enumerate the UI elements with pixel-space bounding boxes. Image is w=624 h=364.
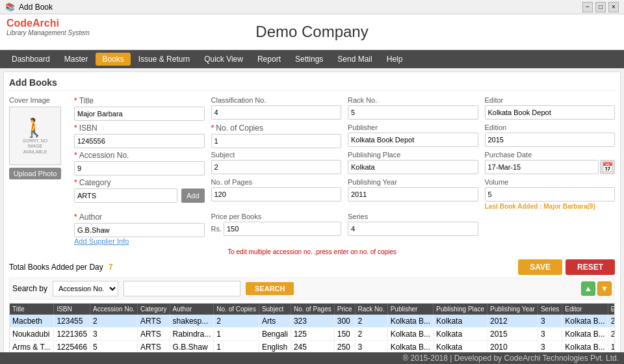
nav-help[interactable]: Help [380, 53, 410, 66]
table-row[interactable]: Noukadubi12213653ARTSRabindra...1Bengali… [10, 328, 615, 341]
close-button[interactable]: × [608, 2, 619, 12]
classification-group: Classification No. [211, 96, 342, 121]
price-input[interactable] [224, 222, 341, 236]
price-prefix: Rs. [211, 225, 222, 233]
copies-input[interactable] [211, 134, 342, 148]
company-name: Demo Company [255, 23, 368, 41]
table-row[interactable]: Arms & T...12254665ARTSG.B.Shaw1English2… [10, 341, 615, 354]
form-area: Cover Image 🚶 SORRY, NOIMAGEAVAILABLE Up… [9, 96, 615, 245]
nav-quick-view[interactable]: Quick View [198, 53, 250, 66]
accession-group: * Accession No. [74, 151, 205, 176]
no-image-icon: 🚶 [23, 117, 47, 138]
purchase-date-input[interactable] [485, 160, 599, 174]
author-input[interactable] [74, 223, 205, 237]
search-button[interactable]: SEARCH [246, 282, 294, 295]
author-group: * Author Add Supplier Info [74, 213, 205, 245]
logo-area: CodeArchi Library Management System [6, 18, 90, 36]
pages-input[interactable] [211, 187, 342, 202]
footer: ® 2015-2018 | Developed by CodeArchi Tec… [0, 352, 624, 364]
editor-label: Editor [485, 96, 616, 104]
pub-year-group: Publishing Year [348, 178, 478, 210]
category-input[interactable] [74, 188, 177, 203]
subject-input[interactable] [211, 160, 342, 174]
edition-group: Edition [485, 124, 616, 148]
nav-dashboard[interactable]: Dashboard [5, 53, 57, 66]
nav-master[interactable]: Master [58, 53, 95, 66]
pub-place-label: Publishing Place [348, 151, 478, 159]
nav-send-mail[interactable]: Send Mail [331, 53, 378, 66]
titlebar-icon: 📚 [5, 3, 15, 12]
category-group: * Category Add [74, 178, 205, 210]
volume-label: Volume [485, 178, 616, 186]
table-header-row: Title ISBN Accession No. Category Author… [10, 304, 615, 315]
title-group: * Title [74, 96, 205, 121]
search-by-select[interactable]: Accession No. Title ISBN Author Category [53, 281, 118, 296]
col-price: Price [334, 304, 355, 315]
col-pages: No. of Pages [291, 304, 334, 315]
series-group: Series [348, 213, 478, 245]
col-author: Author [170, 304, 214, 315]
section-title: Add Books [9, 77, 615, 91]
cover-image: 🚶 SORRY, NOIMAGEAVAILABLE [9, 107, 61, 165]
classification-input[interactable] [211, 105, 342, 120]
rack-group: Rack No. [348, 96, 478, 121]
total-label: Total Books Added per Day [9, 263, 103, 272]
calendar-icon[interactable]: 📅 [600, 160, 615, 174]
series-label: Series [348, 213, 478, 220]
editor-input[interactable] [485, 105, 616, 120]
author-label: * Author [74, 213, 205, 222]
publisher-input[interactable] [348, 133, 478, 147]
isbn-group: * ISBN [74, 124, 205, 148]
accession-input[interactable] [74, 161, 205, 176]
header: CodeArchi Library Management System Demo… [0, 14, 624, 50]
col-edition: Edition [608, 304, 615, 315]
col-series: Series [538, 304, 562, 315]
supplier-link[interactable]: Add Supplier Info [74, 237, 205, 245]
edition-input[interactable] [485, 133, 616, 147]
volume-input[interactable] [485, 187, 616, 202]
table-row[interactable]: Macbeth1234552ARTSshakesp...2Arts3233002… [10, 315, 615, 328]
add-category-button[interactable]: Add [181, 188, 205, 203]
last-book-added: Last Book Added : Major Barbara(9) [485, 203, 616, 210]
pub-place-input[interactable] [348, 160, 478, 174]
upload-photo-button[interactable]: Upload Photo [9, 168, 61, 179]
maximize-button[interactable]: □ [595, 2, 606, 12]
copies-label: * No. of Copies [211, 124, 342, 133]
cover-label: Cover Image [9, 96, 68, 104]
classification-label: Classification No. [211, 96, 342, 104]
next-arrow[interactable]: ▼ [597, 281, 612, 296]
action-buttons: SAVE RESET [518, 259, 615, 275]
logo-name: CodeArchi [6, 18, 90, 29]
minimize-button[interactable]: − [582, 2, 593, 12]
category-label: * Category [74, 178, 205, 187]
col-category: Category [138, 304, 170, 315]
prev-arrow[interactable]: ▲ [581, 281, 595, 296]
search-label: Search by [12, 284, 47, 293]
isbn-input[interactable] [74, 134, 205, 148]
no-image-text: SORRY, NOIMAGEAVAILABLE [23, 138, 47, 155]
rack-label: Rack No. [348, 96, 478, 104]
volume-group: Volume Last Book Added : Major Barbara(9… [485, 178, 616, 210]
nav-settings[interactable]: Settings [289, 53, 330, 66]
nav-report[interactable]: Report [251, 53, 287, 66]
price-group: Price per Books Rs. [211, 213, 342, 245]
nav-books[interactable]: Books [96, 53, 130, 66]
rack-input[interactable] [348, 105, 478, 120]
series-input[interactable] [348, 222, 478, 236]
reset-button[interactable]: RESET [566, 259, 615, 275]
titlebar: 📚 Add Book − □ × [0, 0, 624, 14]
save-button[interactable]: SAVE [518, 259, 562, 275]
col-pub-place: Publishing Place [434, 304, 488, 315]
subject-label: Subject [211, 151, 342, 159]
col-pub-year: Publishing Year [487, 304, 538, 315]
col-isbn: ISBN [54, 304, 90, 315]
titlebar-title: Add Book [19, 3, 53, 12]
cover-section: Cover Image 🚶 SORRY, NOIMAGEAVAILABLE Up… [9, 96, 68, 245]
nav-issue-return[interactable]: Issue & Return [132, 53, 196, 66]
title-input[interactable] [74, 107, 205, 121]
col-editor: Editor [562, 304, 608, 315]
empty-cell [485, 213, 616, 245]
col-accession: Accession No. [90, 304, 138, 315]
pub-year-input[interactable] [348, 187, 478, 202]
search-input[interactable] [124, 281, 240, 296]
